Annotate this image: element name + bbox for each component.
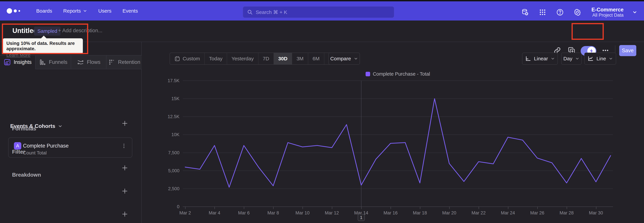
- calendar-icon: [174, 56, 180, 62]
- x-axis-label: Mar 16: [384, 210, 398, 215]
- x-axis-tick: [214, 207, 215, 209]
- nav-item-reports[interactable]: Reports: [63, 8, 87, 14]
- scale-dropdown[interactable]: Linear: [522, 53, 558, 65]
- range-3m[interactable]: 3M: [292, 53, 308, 64]
- kebab-menu-icon[interactable]: [120, 143, 127, 149]
- data-management-icon[interactable]: [521, 8, 530, 17]
- chart-legend[interactable]: Complete Purchase - Total: [366, 71, 430, 77]
- report-title[interactable]: Untitled: [12, 27, 38, 34]
- nav-item-label: Boards: [36, 8, 52, 14]
- chevron-down-icon[interactable]: [632, 10, 637, 15]
- x-axis-label: Mar 30: [589, 210, 603, 215]
- save-button[interactable]: Save: [619, 45, 636, 56]
- range-label: 7D: [263, 56, 269, 61]
- nav-item-boards[interactable]: Boards: [36, 8, 52, 14]
- tooltip-message: Using 10% of data. Results are approxima…: [6, 41, 79, 51]
- x-axis-label: Mar 24: [501, 210, 515, 215]
- x-axis-tick: [537, 207, 538, 209]
- funnels-icon: [39, 58, 46, 66]
- chart-type-label: Line: [596, 56, 606, 61]
- x-axis-label: Mar 26: [530, 210, 544, 215]
- range-7d[interactable]: 7D: [258, 53, 274, 64]
- nav-item-users[interactable]: Users: [98, 8, 111, 14]
- settings-gear-icon[interactable]: [573, 8, 582, 17]
- interval-dropdown[interactable]: Day: [561, 53, 582, 65]
- tab-retention[interactable]: Retention: [106, 55, 142, 69]
- range-30d[interactable]: 30D: [274, 53, 292, 64]
- add-event-button[interactable]: [121, 120, 128, 127]
- linear-axis-icon: [525, 55, 531, 62]
- x-axis-label: Mar 12: [325, 210, 339, 215]
- app-window: Boards Reports Users Events Search ⌘ + K: [0, 0, 644, 223]
- line-chart[interactable]: 02,5005,0007,50010K12.5K15K17.5KMar 2Mar…: [183, 81, 613, 207]
- retention-icon: [108, 58, 116, 66]
- event-name[interactable]: Complete Purchase: [23, 143, 68, 149]
- range-label: 30D: [278, 56, 288, 61]
- range-custom[interactable]: Custom: [170, 53, 204, 64]
- event-metric[interactable]: Count Total: [23, 150, 46, 156]
- x-axis-label: Mar 20: [442, 210, 456, 215]
- search-input[interactable]: Search ⌘ + K: [243, 6, 394, 18]
- help-icon[interactable]: [556, 8, 564, 17]
- add-formula-button[interactable]: [121, 164, 128, 172]
- interval-label: Day: [563, 56, 572, 61]
- tab-label: Funnels: [49, 59, 67, 65]
- range-label: 3M: [296, 56, 304, 61]
- event-letter-badge: A: [14, 142, 21, 150]
- event-card[interactable]: A Complete Purchase Count Total: [8, 138, 132, 158]
- nav-item-events[interactable]: Events: [122, 8, 138, 14]
- x-axis-tick: [273, 207, 274, 209]
- tab-label: Retention: [118, 59, 140, 65]
- sampled-badge[interactable]: Sampled: [34, 27, 60, 36]
- chevron-down-icon: [575, 56, 580, 61]
- insights-icon: [4, 58, 11, 66]
- add-description-button[interactable]: + Add description...: [58, 28, 102, 34]
- sampling-tooltip: Using 10% of data. Results are approxima…: [3, 38, 83, 54]
- project-switcher[interactable]: E-Commerce All Project Data: [592, 7, 624, 18]
- range-label: Yesterday: [232, 56, 254, 61]
- y-axis-label: 5,000: [159, 168, 180, 173]
- legend-swatch: [366, 72, 370, 76]
- y-axis-label: 17.5K: [159, 78, 180, 83]
- y-axis-label: 7,500: [159, 150, 180, 155]
- section-breakdown: Breakdown: [12, 172, 41, 178]
- top-nav: Boards Reports Users Events Search ⌘ + K: [0, 1, 644, 21]
- apps-grid-icon[interactable]: [538, 8, 547, 17]
- compare-dropdown[interactable]: Compare: [328, 53, 360, 65]
- flows-icon: [77, 58, 84, 66]
- add-breakdown-button[interactable]: [121, 210, 128, 218]
- learn-more-link[interactable]: Learn More: [6, 52, 30, 58]
- x-axis-tick: [479, 207, 479, 209]
- x-axis-tick: [332, 207, 332, 209]
- mixpanel-logo[interactable]: [7, 8, 20, 14]
- window-edge: [0, 0, 644, 1]
- chart-type-dropdown[interactable]: Line: [584, 53, 616, 65]
- x-axis-label: Mar 4: [209, 210, 220, 215]
- x-axis-tick: [420, 207, 420, 209]
- y-axis-label: 2,500: [159, 186, 180, 191]
- annotation-chip[interactable]: 1: [358, 214, 365, 221]
- x-axis-label: Mar 10: [296, 210, 310, 215]
- range-today[interactable]: Today: [204, 53, 227, 64]
- project-name: E-Commerce: [592, 7, 624, 13]
- tab-label: Flows: [87, 59, 100, 65]
- x-axis-tick: [390, 207, 391, 209]
- x-axis-tick: [508, 207, 508, 209]
- chart-series-svg: [183, 81, 613, 207]
- x-axis-label: Mar 18: [413, 210, 427, 215]
- range-label: 6M: [312, 56, 320, 61]
- x-axis-tick: [596, 207, 596, 209]
- nav-item-label: Events: [122, 8, 138, 14]
- y-axis-label: 0: [159, 204, 180, 209]
- x-axis-label: Mar 6: [238, 210, 250, 215]
- report-title-bar: Untitled Sampled + Add description... Sa…: [0, 21, 644, 42]
- add-filter-button[interactable]: [121, 187, 128, 195]
- line-chart-icon: [588, 55, 594, 62]
- project-scope: All Project Data: [592, 13, 624, 18]
- chevron-down-icon: [58, 124, 62, 129]
- section-formulas: Formulas: [12, 126, 36, 132]
- y-axis-label: 12.5K: [159, 114, 180, 119]
- range-yesterday[interactable]: Yesterday: [227, 53, 258, 64]
- series-line: [185, 99, 611, 187]
- range-6m[interactable]: 6M: [308, 53, 324, 64]
